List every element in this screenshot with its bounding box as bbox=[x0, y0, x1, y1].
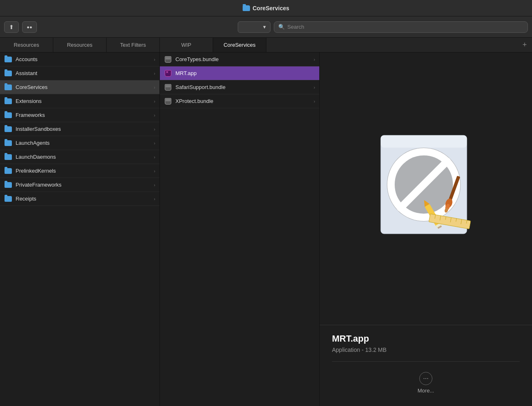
chevron-right-icon: › bbox=[154, 85, 155, 90]
sidebar-item-receipts[interactable]: Receipts › bbox=[0, 192, 159, 206]
item-label: Frameworks bbox=[16, 112, 45, 118]
item-label: SafariSupport.bundle bbox=[175, 84, 225, 90]
preview-app-icon bbox=[368, 127, 483, 250]
folder-icon bbox=[4, 126, 12, 132]
chevron-right-icon: › bbox=[154, 141, 155, 146]
left-column: Accounts › Assistant › CoreServices › Ex… bbox=[0, 52, 160, 406]
item-label: Accounts bbox=[16, 56, 37, 62]
tab-text-filters[interactable]: Text Filters bbox=[107, 38, 160, 52]
folder-icon bbox=[243, 5, 250, 11]
more-button[interactable]: ··· More... bbox=[332, 368, 520, 398]
search-bar: 🔍 bbox=[274, 21, 528, 33]
window-title: CoreServices bbox=[243, 5, 289, 11]
folder-icon bbox=[4, 140, 12, 146]
tab-wip[interactable]: WIP bbox=[160, 38, 213, 52]
title-bar: CoreServices bbox=[0, 0, 532, 16]
item-label: CoreServices bbox=[16, 84, 48, 90]
chevron-right-icon: › bbox=[314, 85, 315, 90]
add-tab-button[interactable]: + bbox=[517, 38, 532, 52]
app-icon bbox=[164, 70, 172, 77]
item-label: MRT.app bbox=[175, 70, 197, 76]
preview-meta: MRT.app Application - 13.2 MB ··· More..… bbox=[320, 325, 532, 406]
folder-icon bbox=[4, 182, 12, 188]
file-item-coretypes[interactable]: CoreTypes.bundle › bbox=[160, 52, 319, 66]
sidebar-item-installersandboxes[interactable]: InstallerSandboxes › bbox=[0, 122, 159, 136]
chevron-right-icon: › bbox=[154, 182, 155, 187]
search-icon: 🔍 bbox=[278, 24, 285, 30]
bundle-icon bbox=[164, 98, 172, 105]
more-label: More... bbox=[418, 388, 434, 394]
back-forward-button[interactable]: ●● bbox=[22, 21, 37, 33]
chevron-right-icon: › bbox=[154, 169, 155, 173]
tab-resources-1[interactable]: Resources bbox=[0, 38, 53, 52]
item-label: Receipts bbox=[16, 196, 36, 202]
share-icon: ⬆ bbox=[9, 24, 14, 30]
main-content: Accounts › Assistant › CoreServices › Ex… bbox=[0, 52, 532, 406]
folder-icon bbox=[4, 84, 12, 91]
chevron-down-icon: ▾ bbox=[263, 24, 266, 30]
item-label: XProtect.bundle bbox=[175, 98, 214, 104]
sidebar-item-frameworks[interactable]: Frameworks › bbox=[0, 108, 159, 122]
share-button[interactable]: ⬆ bbox=[4, 21, 19, 33]
more-circle-icon: ··· bbox=[419, 372, 432, 385]
item-label: LaunchDaemons bbox=[16, 154, 56, 160]
folder-icon bbox=[4, 112, 12, 119]
chevron-right-icon: › bbox=[154, 155, 155, 160]
chevron-right-icon: › bbox=[154, 196, 155, 201]
preview-icon-area bbox=[360, 52, 491, 325]
tab-resources-2[interactable]: Resources bbox=[53, 38, 107, 52]
chevron-right-icon: › bbox=[314, 57, 315, 62]
preview-app-info: Application - 13.2 MB bbox=[332, 347, 520, 353]
chevron-right-icon: › bbox=[154, 99, 155, 104]
file-item-safarisupport[interactable]: SafariSupport.bundle › bbox=[160, 80, 319, 94]
mid-column: CoreTypes.bundle › MRT.app SafariSupport… bbox=[160, 52, 320, 406]
toolbar: ⬆ ●● ▾ 🔍 bbox=[0, 16, 532, 38]
bundle-icon bbox=[164, 56, 172, 63]
sidebar-item-extensions[interactable]: Extensions › bbox=[0, 94, 159, 108]
sidebar-item-accounts[interactable]: Accounts › bbox=[0, 52, 159, 66]
back-forward-icon: ●● bbox=[27, 25, 32, 30]
folder-icon bbox=[4, 154, 12, 160]
tab-bar: Resources Resources Text Filters WIP Cor… bbox=[0, 38, 532, 52]
folder-icon bbox=[4, 168, 12, 174]
file-item-mrt[interactable]: MRT.app bbox=[160, 66, 319, 80]
folder-icon bbox=[4, 98, 12, 105]
item-label: CoreTypes.bundle bbox=[175, 56, 219, 62]
chevron-right-icon: › bbox=[154, 71, 155, 76]
item-label: Extensions bbox=[16, 98, 42, 104]
search-input[interactable] bbox=[287, 24, 523, 30]
item-label: PrivateFrameworks bbox=[16, 182, 61, 188]
bundle-icon bbox=[164, 84, 172, 91]
item-label: LaunchAgents bbox=[16, 140, 50, 146]
tab-coreservices[interactable]: CoreServices bbox=[213, 38, 266, 52]
sidebar-item-assistant[interactable]: Assistant › bbox=[0, 66, 159, 80]
file-item-xprotect[interactable]: XProtect.bundle › bbox=[160, 94, 319, 108]
folder-icon bbox=[4, 196, 12, 202]
chevron-right-icon: › bbox=[154, 113, 155, 118]
chevron-right-icon: › bbox=[154, 57, 155, 62]
sidebar-item-launchdaemons[interactable]: LaunchDaemons › bbox=[0, 150, 159, 164]
svg-rect-1 bbox=[381, 135, 467, 148]
folder-icon bbox=[4, 70, 12, 77]
view-dropdown[interactable]: ▾ bbox=[238, 21, 271, 33]
item-label: PrelinkedKernels bbox=[16, 168, 56, 174]
item-label: InstallerSandboxes bbox=[16, 126, 61, 132]
preview-divider bbox=[332, 361, 520, 362]
chevron-right-icon: › bbox=[154, 127, 155, 132]
sidebar-item-privateframeworks[interactable]: PrivateFrameworks › bbox=[0, 178, 159, 192]
preview-app-name: MRT.app bbox=[332, 333, 520, 344]
folder-icon bbox=[4, 56, 12, 63]
chevron-right-icon: › bbox=[314, 99, 315, 104]
item-label: Assistant bbox=[16, 70, 37, 76]
sidebar-item-prelinkedkernels[interactable]: PrelinkedKernels › bbox=[0, 164, 159, 178]
sidebar-item-coreservices[interactable]: CoreServices › bbox=[0, 80, 159, 94]
preview-panel: MRT.app Application - 13.2 MB ··· More..… bbox=[320, 52, 532, 406]
sidebar-item-launchagents[interactable]: LaunchAgents › bbox=[0, 136, 159, 150]
title-text: CoreServices bbox=[252, 5, 289, 11]
